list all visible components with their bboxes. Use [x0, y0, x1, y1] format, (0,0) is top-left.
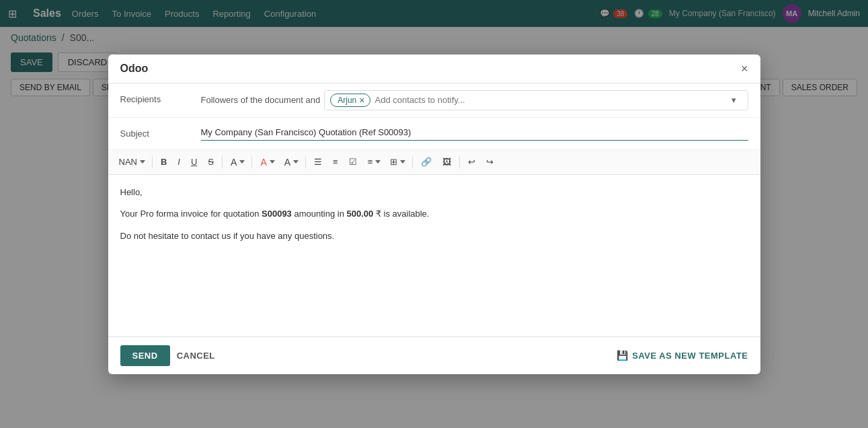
- font-dropdown-icon: [239, 160, 245, 164]
- subject-value: [201, 124, 748, 141]
- font-icon: A: [231, 157, 237, 168]
- toolbar-separator-6: [459, 156, 460, 168]
- align-icon: ≡: [368, 157, 373, 167]
- recipients-dropdown-icon[interactable]: ▾: [732, 95, 742, 105]
- recipients-input-area[interactable]: Arjun × ▾: [324, 90, 748, 110]
- align-dropdown-icon: [375, 160, 381, 164]
- bg-color-icon: A: [284, 157, 290, 168]
- toolbar-ordered-list-btn[interactable]: ≡: [329, 154, 342, 170]
- tag-remove-icon[interactable]: ×: [359, 96, 364, 105]
- modal-body: Recipients Followers of the document and…: [108, 83, 760, 336]
- save-as-template-button[interactable]: 💾 SAVE AS NEW TEMPLATE: [617, 350, 748, 361]
- email-body-mid: amounting in: [292, 209, 347, 219]
- tag-label: Arjun: [338, 96, 356, 105]
- email-body: Your Pro forma invoice for quotation S00…: [120, 207, 748, 221]
- email-body-currency: ₹: [376, 209, 381, 219]
- modal-header: Odoo ×: [108, 55, 760, 83]
- toolbar-separator-1: [152, 156, 153, 168]
- toolbar-bold-btn[interactable]: B: [157, 154, 171, 170]
- modal-title: Odoo: [120, 63, 149, 75]
- toolbar-undo-btn[interactable]: ↩: [464, 154, 479, 170]
- toolbar-align-btn[interactable]: ≡: [364, 154, 384, 170]
- compose-email-modal: Odoo × Recipients Followers of the docum…: [108, 55, 760, 374]
- toolbar-style-btn[interactable]: NAN: [115, 154, 148, 170]
- color-icon: A: [260, 157, 266, 168]
- email-body-ref: S00093: [262, 209, 292, 219]
- subject-field-row: Subject: [108, 118, 760, 150]
- recipients-label: Recipients: [120, 90, 201, 104]
- recipients-input[interactable]: [374, 95, 727, 105]
- modal-footer: SEND CANCEL 💾 SAVE AS NEW TEMPLATE: [108, 336, 760, 374]
- recipients-description: Followers of the document and: [201, 95, 321, 105]
- toolbar-link-btn[interactable]: 🔗: [417, 154, 436, 170]
- toolbar-separator-2: [222, 156, 223, 168]
- toolbar-font-btn[interactable]: A: [227, 154, 247, 170]
- toolbar-strikethrough-btn[interactable]: S: [204, 154, 218, 170]
- toolbar-image-btn[interactable]: 🖼: [438, 154, 455, 170]
- toolbar-underline-btn[interactable]: U: [187, 154, 201, 170]
- email-body-post: is available.: [381, 209, 430, 219]
- modal-overlay: Odoo × Recipients Followers of the docum…: [0, 0, 868, 428]
- email-footer: Do not hesitate to contact us if you hav…: [120, 229, 748, 244]
- arjun-tag[interactable]: Arjun ×: [330, 94, 370, 107]
- toolbar-table-btn[interactable]: ⊞: [386, 154, 408, 170]
- editor-toolbar: NAN B I U S A A A: [108, 150, 760, 175]
- email-body-pre: Your Pro forma invoice for quotation: [120, 209, 262, 219]
- toolbar-separator-3: [251, 156, 252, 168]
- save-template-label: SAVE AS NEW TEMPLATE: [632, 351, 748, 361]
- cancel-button[interactable]: CANCEL: [177, 351, 215, 361]
- toolbar-separator-5: [412, 156, 413, 168]
- style-dropdown-icon: [140, 160, 145, 164]
- subject-label: Subject: [120, 124, 201, 139]
- recipients-value: Followers of the document and Arjun × ▾: [201, 90, 748, 110]
- recipients-field-row: Recipients Followers of the document and…: [108, 83, 760, 118]
- color-dropdown-icon: [270, 160, 275, 164]
- toolbar-color-btn[interactable]: A: [256, 154, 277, 170]
- toolbar-italic-btn[interactable]: I: [173, 154, 184, 170]
- toolbar-checklist-btn[interactable]: ☑: [345, 154, 361, 170]
- table-dropdown-icon: [400, 160, 405, 164]
- toolbar-separator-4: [305, 156, 306, 168]
- save-template-icon: 💾: [617, 350, 629, 361]
- modal-close-button[interactable]: ×: [741, 63, 748, 75]
- send-email-button[interactable]: SEND: [120, 345, 170, 366]
- subject-input[interactable]: [201, 124, 748, 141]
- table-icon: ⊞: [390, 157, 397, 167]
- toolbar-bullet-list-btn[interactable]: ☰: [310, 154, 326, 170]
- email-greeting: Hello,: [120, 186, 748, 200]
- email-body-amount: 500.00: [347, 209, 374, 219]
- bg-dropdown-icon: [293, 160, 299, 164]
- toolbar-bg-color-btn[interactable]: A: [280, 154, 301, 170]
- editor-content[interactable]: Hello, Your Pro forma invoice for quotat…: [108, 175, 760, 336]
- toolbar-redo-btn[interactable]: ↪: [482, 154, 498, 170]
